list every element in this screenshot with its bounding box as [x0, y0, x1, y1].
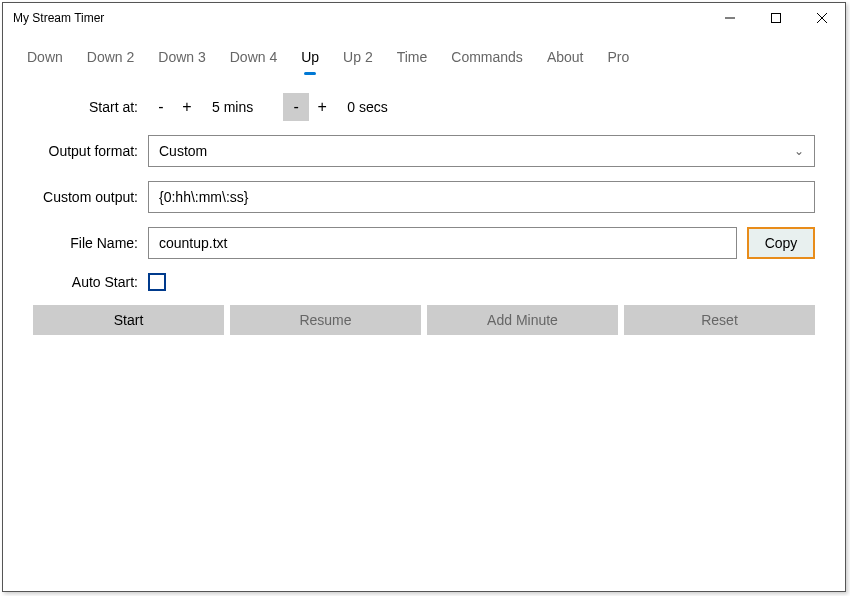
- start-at-label: Start at:: [33, 99, 148, 115]
- file-name-input[interactable]: [148, 227, 737, 259]
- resume-button[interactable]: Resume: [230, 305, 421, 335]
- secs-plus-button[interactable]: +: [309, 93, 335, 121]
- app-window: My Stream Timer Down Down 2 Down 3 Down …: [2, 2, 846, 592]
- tab-down4[interactable]: Down 4: [218, 43, 289, 75]
- tab-bar: Down Down 2 Down 3 Down 4 Up Up 2 Time C…: [3, 33, 845, 75]
- output-format-select[interactable]: Custom ⌄: [148, 135, 815, 167]
- window-controls: [707, 3, 845, 33]
- tab-about[interactable]: About: [535, 43, 596, 75]
- tab-up[interactable]: Up: [289, 43, 331, 75]
- minimize-button[interactable]: [707, 3, 753, 33]
- secs-value: 0 secs: [335, 99, 399, 115]
- chevron-down-icon: ⌄: [794, 144, 804, 158]
- titlebar: My Stream Timer: [3, 3, 845, 33]
- tab-down2[interactable]: Down 2: [75, 43, 146, 75]
- reset-button[interactable]: Reset: [624, 305, 815, 335]
- action-buttons: Start Resume Add Minute Reset: [33, 305, 815, 335]
- copy-button[interactable]: Copy: [747, 227, 815, 259]
- auto-start-label: Auto Start:: [33, 274, 148, 290]
- auto-start-checkbox[interactable]: [148, 273, 166, 291]
- svg-rect-1: [772, 14, 781, 23]
- file-name-row: File Name: Copy: [33, 227, 815, 259]
- tab-pro[interactable]: Pro: [595, 43, 641, 75]
- content-area: Start at: - + 5 mins - + 0 secs Output f…: [3, 75, 845, 335]
- start-at-row: Start at: - + 5 mins - + 0 secs: [33, 93, 815, 121]
- tab-up2[interactable]: Up 2: [331, 43, 385, 75]
- custom-output-row: Custom output:: [33, 181, 815, 213]
- mins-minus-button[interactable]: -: [148, 93, 174, 121]
- close-button[interactable]: [799, 3, 845, 33]
- maximize-button[interactable]: [753, 3, 799, 33]
- file-name-label: File Name:: [33, 235, 148, 251]
- add-minute-button[interactable]: Add Minute: [427, 305, 618, 335]
- custom-output-label: Custom output:: [33, 189, 148, 205]
- tab-commands[interactable]: Commands: [439, 43, 535, 75]
- output-format-value: Custom: [159, 143, 207, 159]
- window-title: My Stream Timer: [13, 11, 104, 25]
- custom-output-input[interactable]: [148, 181, 815, 213]
- start-button[interactable]: Start: [33, 305, 224, 335]
- minutes-stepper: - + 5 mins: [148, 93, 265, 121]
- mins-value: 5 mins: [200, 99, 265, 115]
- mins-plus-button[interactable]: +: [174, 93, 200, 121]
- seconds-stepper: - + 0 secs: [283, 93, 399, 121]
- secs-minus-button[interactable]: -: [283, 93, 309, 121]
- auto-start-row: Auto Start:: [33, 273, 815, 291]
- output-format-label: Output format:: [33, 143, 148, 159]
- output-format-row: Output format: Custom ⌄: [33, 135, 815, 167]
- tab-time[interactable]: Time: [385, 43, 440, 75]
- tab-down3[interactable]: Down 3: [146, 43, 217, 75]
- tab-down[interactable]: Down: [15, 43, 75, 75]
